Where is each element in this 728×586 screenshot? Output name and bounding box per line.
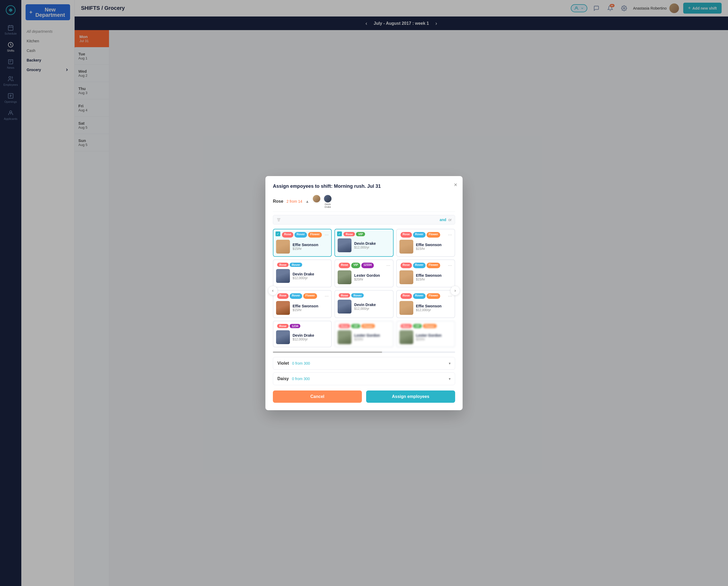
assign-employees-button[interactable]: Assign employees (366, 391, 455, 403)
card-tags-5: Rose VIP 12334 ··· (338, 263, 390, 268)
violet-chevron: ▾ (449, 361, 450, 366)
employee-card-6[interactable]: Rose Rover Flower ··· Effie Swonson $15/… (396, 260, 455, 287)
scroll-indicator (273, 352, 455, 353)
rose-toggle-button[interactable]: ▲ (305, 199, 309, 204)
filter-icon-area (276, 217, 281, 222)
card-tags-7: Rose Rover Flower ··· (276, 293, 329, 299)
rose-section-header: Rose 2 from 14 ▲ Devin Drake (273, 194, 455, 212)
card-check-2: ✓ (337, 232, 342, 236)
employee-photo-10 (276, 330, 290, 344)
employee-card-5[interactable]: Rose VIP 12334 ··· Lester Gordon $20/hr (334, 260, 393, 287)
employee-card-1[interactable]: ✓ Rose Rover Flower ··· Effie Swonson (273, 229, 332, 257)
filter-logic-options: and or (440, 218, 452, 222)
employee-card-12: Rose VIP Flower Lester Gordon $20/hr (396, 321, 455, 347)
card-more-1[interactable]: ··· (324, 232, 329, 238)
employee-card-11: Rose VIP Flower Lester Gordon $20/hr (334, 321, 393, 347)
employee-photo-4 (276, 269, 290, 283)
modal-title: Assign empoyees to shift: Morning rush. … (273, 184, 455, 189)
card-tags-11: Rose VIP Flower (338, 324, 390, 328)
employee-photo-6 (399, 270, 413, 284)
employee-card-8[interactable]: Rose Rover Devin Drake $12,000/yr (334, 290, 393, 318)
violet-section[interactable]: Violet 0 from 300 ▾ (273, 357, 455, 370)
employee-photo-1 (276, 240, 290, 254)
employee-card-2[interactable]: ✓ Rose VIP Devin Drake $12,000/yr (334, 229, 393, 257)
filter-or[interactable]: or (448, 218, 452, 222)
employee-card-9[interactable]: Rose Rover Flower ··· Effie Swonson $12,… (396, 290, 455, 318)
daisy-chevron: ▾ (449, 377, 450, 381)
main-area: SHIFTS / Grocery 99 (75, 0, 728, 586)
assigned-avatar-1 (312, 194, 321, 203)
employee-carousel: ‹ › ✓ Rose Rover Flower ··· (273, 229, 455, 353)
card-tags-12: Rose VIP Flower (399, 324, 452, 328)
employee-photo-11 (338, 330, 352, 344)
modal-footer: Cancel Assign employees (273, 391, 455, 403)
daisy-section[interactable]: Daisy 0 from 300 ▾ (273, 372, 455, 385)
card-more-6[interactable]: ··· (448, 263, 452, 268)
employee-grid: ✓ Rose Rover Flower ··· Effie Swonson (273, 229, 455, 347)
card-check-1: ✓ (276, 232, 280, 236)
carousel-prev-button[interactable]: ‹ (268, 286, 278, 295)
card-tags-8: Rose Rover (338, 293, 390, 297)
card-tags-3: Rose Rover Flower ··· (399, 232, 452, 238)
rose-assigned-avatars: Devin Drake (312, 194, 334, 208)
modal-close-button[interactable]: × (454, 181, 457, 188)
card-tags-9: Rose Rover Flower ··· (399, 293, 452, 299)
card-tags-2: Rose VIP (338, 232, 390, 236)
card-tags-6: Rose Rover Flower ··· (399, 263, 452, 268)
employee-card-7[interactable]: Rose Rover Flower ··· Effie Swonson $15/… (273, 290, 332, 318)
card-tags-10: Rose 1234 (276, 324, 329, 328)
cancel-button[interactable]: Cancel (273, 391, 362, 403)
card-more-5[interactable]: ··· (386, 263, 390, 268)
filter-row: and or (273, 215, 455, 224)
assign-employees-modal: Assign empoyees to shift: Morning rush. … (265, 176, 463, 410)
employee-photo-3 (399, 240, 413, 254)
employee-card-4[interactable]: Rose Rover Devin Drake $12,000/yr (273, 260, 332, 287)
employee-card-10[interactable]: Rose 1234 Devin Drake $12,000/yr (273, 321, 332, 347)
card-tags-1: Rose Rover Flower ··· (276, 232, 329, 238)
employee-photo-9 (399, 301, 413, 315)
employee-photo-12 (399, 330, 413, 344)
carousel-next-button[interactable]: › (450, 286, 460, 295)
employee-photo-7 (276, 301, 290, 315)
assigned-avatar-2 (323, 194, 332, 203)
modal-overlay: Assign empoyees to shift: Morning rush. … (75, 30, 728, 586)
card-more-7[interactable]: ··· (324, 293, 329, 299)
employee-photo-8 (338, 300, 352, 314)
employee-card-3[interactable]: Rose Rover Flower ··· Effie Swonson $15/… (396, 229, 455, 257)
employee-photo-5 (338, 270, 352, 284)
card-more-3[interactable]: ··· (448, 232, 452, 238)
card-tags-4: Rose Rover (276, 263, 329, 267)
content-area: Mon Jul 31 Tue Aug 1 Wed Aug 2 Thu Aug 3… (75, 30, 728, 586)
filter-and[interactable]: and (440, 218, 446, 222)
filter-icon[interactable] (276, 217, 281, 222)
employee-photo-2 (338, 238, 352, 252)
card-more-9[interactable]: ··· (448, 293, 452, 299)
